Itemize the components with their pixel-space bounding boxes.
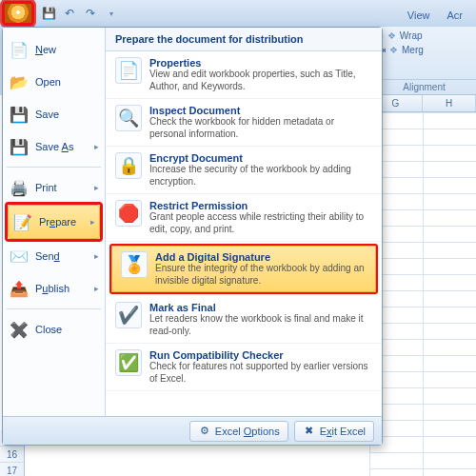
prepare-inspect[interactable]: 🔍 Inspect DocumentCheck the workbook for… <box>106 99 382 147</box>
redo-icon[interactable]: ↷ <box>82 5 99 22</box>
final-icon: ✔️ <box>115 302 142 328</box>
undo-icon[interactable]: ↶ <box>61 5 78 22</box>
tab-acrobat[interactable]: Acr <box>446 6 466 27</box>
prepare-mark-final[interactable]: ✔️ Mark as FinalLet readers know the wor… <box>106 296 382 344</box>
prepare-properties[interactable]: 📄 PropertiesView and edit workbook prope… <box>106 51 382 99</box>
exit-excel-button[interactable]: ✖ Exit Excel <box>294 421 374 442</box>
save-as-icon: 💾 <box>9 136 30 157</box>
menu-close[interactable]: ✖️Close <box>5 313 103 346</box>
office-menu-left: 📄New 📂Open 💾Save 💾Save As 🖨️Print 📝Prepa… <box>3 28 106 416</box>
inspect-icon: 🔍 <box>115 105 142 131</box>
grid-cells[interactable] <box>369 112 476 476</box>
row-header[interactable]: 16 <box>0 446 24 463</box>
compat-icon: ✅ <box>115 349 142 376</box>
close-icon: ✖️ <box>9 319 30 340</box>
prepare-encrypt[interactable]: 🔒 Encrypt DocumentIncrease the security … <box>106 147 382 194</box>
open-icon: 📂 <box>9 71 30 92</box>
office-menu-footer: ⚙ Excel Options ✖ Exit Excel <box>3 416 382 445</box>
publish-icon: 📤 <box>9 278 30 299</box>
office-button[interactable] <box>2 1 34 26</box>
menu-prepare[interactable]: 📝Prepare <box>8 205 100 239</box>
save-icon: 💾 <box>9 104 30 125</box>
tab-view[interactable]: View <box>406 6 432 27</box>
prepare-list: 📄 PropertiesView and edit workbook prope… <box>106 51 382 416</box>
menu-save-as[interactable]: 💾Save As <box>5 130 103 163</box>
signature-icon: 🏅 <box>121 251 148 278</box>
save-icon[interactable]: 💾 <box>40 5 57 22</box>
properties-icon: 📄 <box>115 57 142 84</box>
restrict-icon: 🛑 <box>115 200 142 227</box>
prepare-signature[interactable]: 🏅 Add a Digital SignatureEnsure the inte… <box>109 244 378 294</box>
office-menu-right: Prepare the document for distribution 📄 … <box>106 28 382 416</box>
print-icon: 🖨️ <box>9 177 30 198</box>
menu-new[interactable]: 📄New <box>5 33 103 66</box>
prepare-icon: 📝 <box>12 211 33 232</box>
lock-icon: 🔒 <box>115 152 142 179</box>
menu-save[interactable]: 💾Save <box>5 98 103 130</box>
ribbon-alignment-group: ≡❖Wrap ⇥❖Merg Alignment <box>371 27 476 95</box>
wrap-text-button[interactable]: Wrap <box>400 30 423 41</box>
menu-open[interactable]: 📂Open <box>5 66 103 98</box>
ribbon-tabs: View Acr <box>406 0 476 27</box>
send-icon: ✉️ <box>9 246 30 267</box>
menu-send[interactable]: ✉️Send <box>5 240 103 272</box>
menu-print[interactable]: 🖨️Print <box>5 171 103 204</box>
merge-button[interactable]: Merg <box>402 45 424 55</box>
row-header[interactable]: 17 <box>0 463 24 476</box>
qat-customize-icon[interactable]: ▾ <box>103 5 120 22</box>
excel-options-button[interactable]: ⚙ Excel Options <box>189 421 288 442</box>
prepare-header: Prepare the document for distribution <box>106 28 382 51</box>
ribbon-group-label: Alignment <box>372 79 476 92</box>
prepare-restrict[interactable]: 🛑 Restrict PermissionGrant people access… <box>106 194 382 242</box>
col-header[interactable]: H <box>423 95 476 111</box>
options-icon: ⚙ <box>198 425 211 438</box>
menu-publish[interactable]: 📤Publish <box>5 272 103 305</box>
exit-icon: ✖ <box>303 425 316 438</box>
office-menu: 📄New 📂Open 💾Save 💾Save As 🖨️Print 📝Prepa… <box>2 27 383 446</box>
prepare-compat[interactable]: ✅ Run Compatibility CheckerCheck for fea… <box>106 344 382 391</box>
new-icon: 📄 <box>9 39 30 60</box>
column-headers[interactable]: G H <box>369 95 476 112</box>
